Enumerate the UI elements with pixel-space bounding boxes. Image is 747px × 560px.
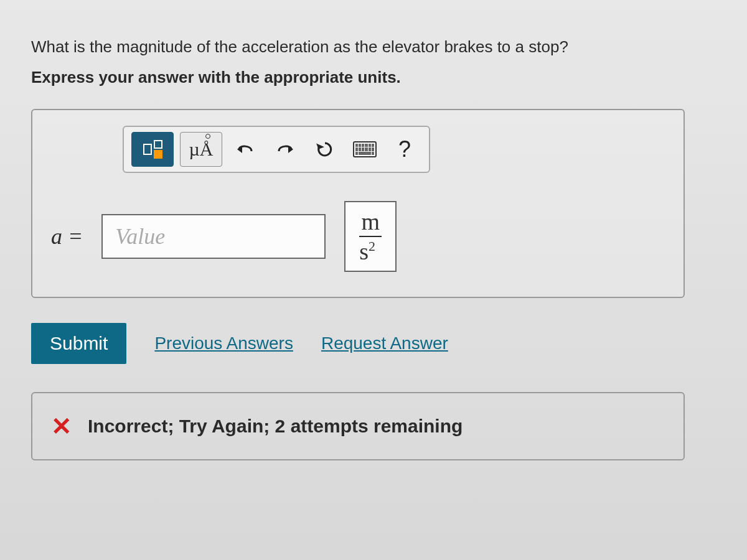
symbols-button[interactable]: µÅ [180,132,222,167]
request-answer-link[interactable]: Request Answer [321,334,448,353]
keyboard-button[interactable] [348,132,382,167]
redo-button[interactable] [268,132,302,167]
variable-label: a = [51,223,83,250]
undo-button[interactable] [228,132,262,167]
templates-button[interactable] [131,132,174,167]
answer-container: µÅ ? a = m s2 [31,109,685,298]
unit-numerator: m [359,210,382,237]
previous-answers-link[interactable]: Previous Answers [154,334,293,353]
help-icon: ? [398,136,411,162]
undo-icon [236,141,255,157]
keyboard-icon [353,141,377,157]
reset-button[interactable] [308,132,342,167]
templates-icon [143,140,162,159]
ring-accent-icon [205,134,210,139]
value-input[interactable] [101,214,326,259]
incorrect-icon: ✕ [51,412,72,441]
unit-denominator: s2 [359,237,375,263]
help-button[interactable]: ? [388,132,421,167]
feedback-box: ✕ Incorrect; Try Again; 2 attempts remai… [31,392,685,460]
question-text: What is the magnitude of the acceleratio… [31,37,716,57]
units-input[interactable]: m s2 [344,201,397,272]
feedback-message: Incorrect; Try Again; 2 attempts remaini… [88,416,463,437]
reset-icon [316,140,334,159]
actions-row: Submit Previous Answers Request Answer [31,323,716,364]
submit-button[interactable]: Submit [31,323,126,364]
redo-icon [276,141,294,157]
instructions-text: Express your answer with the appropriate… [31,68,716,87]
answer-row: a = m s2 [51,201,665,272]
formatting-toolbar: µÅ ? [123,126,430,173]
symbols-label: µÅ [189,139,214,160]
